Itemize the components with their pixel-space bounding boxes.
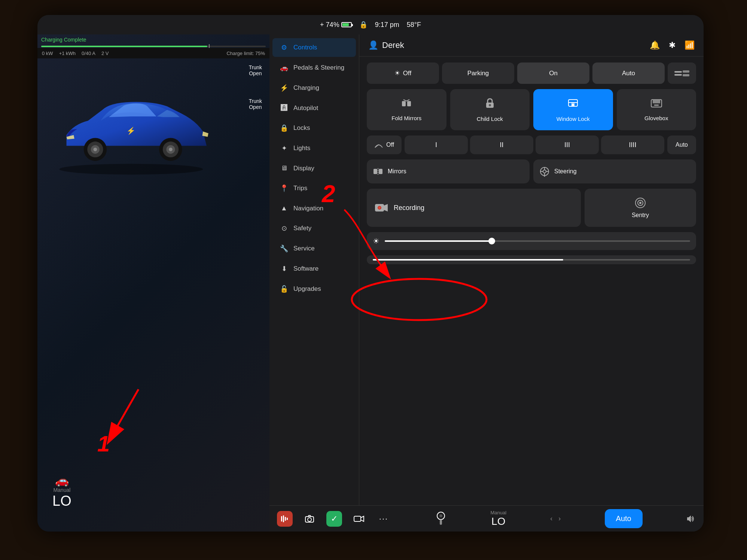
time-display: 9:17 pm xyxy=(375,21,399,29)
fold-mirrors-label: Fold Mirrors xyxy=(391,115,421,121)
bell-icon[interactable]: 🔔 xyxy=(650,40,660,50)
svg-point-30 xyxy=(378,207,381,209)
brightness-thumb xyxy=(488,238,495,244)
recording-button[interactable]: Recording xyxy=(367,189,581,227)
light-parking-button[interactable]: Parking xyxy=(442,63,514,84)
child-lock-label: Child Lock xyxy=(477,116,503,122)
media-icon-button[interactable] xyxy=(277,511,293,527)
window-lock-button[interactable]: Window Lock xyxy=(533,89,613,130)
software-icon: ⬇ xyxy=(280,265,288,273)
wiper-speeds: I II III IIII xyxy=(405,136,664,154)
trunk-rear-label: Trunk xyxy=(249,64,262,70)
upgrades-icon: 🔓 xyxy=(280,285,288,293)
light-off-label: Off xyxy=(403,70,411,77)
glovebox-icon xyxy=(650,98,662,111)
svg-point-44 xyxy=(439,514,442,517)
child-lock-icon xyxy=(484,97,496,112)
fold-mirrors-icon xyxy=(400,98,412,111)
wiper-speed-3-label: III xyxy=(564,141,570,149)
svg-rect-10 xyxy=(674,71,682,73)
sidebar-item-display[interactable]: 🖥 Display xyxy=(272,159,356,177)
svg-rect-34 xyxy=(281,516,282,521)
joystick-area xyxy=(435,511,446,526)
climate-car-icon: 🚗 xyxy=(55,474,69,487)
display-icon: 🖥 xyxy=(280,164,288,172)
charging-stat-amp: 0/40 A xyxy=(82,51,95,56)
light-auto-button[interactable]: Auto xyxy=(592,63,665,84)
svg-rect-40 xyxy=(354,516,361,521)
sidebar-item-upgrades[interactable]: 🔓 Upgrades xyxy=(272,280,356,298)
sidebar-item-locks[interactable]: 🔒 Locks xyxy=(272,119,356,137)
sidebar-label-locks: Locks xyxy=(293,124,310,132)
sentry-button[interactable]: Sentry xyxy=(585,189,696,227)
sidebar-item-navigation[interactable]: ▲ Navigation xyxy=(272,199,356,217)
svg-rect-11 xyxy=(674,74,682,76)
brightness-fill xyxy=(385,240,492,242)
status-bar: + 74% 🔒 9:17 pm 58°F xyxy=(37,15,704,34)
auto-button[interactable]: Auto xyxy=(605,509,643,528)
right-panel: 👤 Derek 🔔 ✱ 📶 ☀ Off xyxy=(359,34,704,532)
charging-stat-kwh: +1 kWh xyxy=(59,51,76,56)
brightness-icon: ☀ xyxy=(373,237,379,246)
wiper-off-button[interactable]: Off xyxy=(367,136,402,154)
svg-rect-35 xyxy=(283,515,284,522)
svg-rect-12 xyxy=(683,70,689,73)
nav-left-arrow[interactable]: ‹ xyxy=(550,515,552,523)
charging-complete-bar: Charging Complete xyxy=(37,34,269,45)
service-icon: 🔧 xyxy=(280,244,288,253)
nav-right-arrow[interactable]: › xyxy=(558,515,561,523)
wiper-speed-1-label: I xyxy=(435,141,437,149)
svg-marker-45 xyxy=(687,515,691,522)
dots-icon: ··· xyxy=(379,514,388,524)
battery-percent: 74% xyxy=(326,21,339,29)
mirrors-adjust-button[interactable]: Mirrors xyxy=(367,159,530,183)
svg-point-39 xyxy=(308,518,311,521)
sentry-label: Sentry xyxy=(632,212,649,219)
wifi-icon[interactable]: 📶 xyxy=(685,40,695,50)
wiper-speed-1[interactable]: I xyxy=(405,136,468,154)
adjustable-row: Mirrors Steering xyxy=(367,159,696,183)
bluetooth-icon[interactable]: ✱ xyxy=(669,40,676,50)
sidebar-item-lights[interactable]: ✦ Lights xyxy=(272,139,356,158)
sidebar-item-pedals[interactable]: 🚗 Pedals & Steering xyxy=(272,58,356,77)
sidebar-item-controls[interactable]: ⚙ Controls xyxy=(272,38,356,57)
wiper-auto-button[interactable]: Auto xyxy=(667,136,696,154)
more-icon-button[interactable]: ··· xyxy=(376,511,391,527)
checkmark-icon-button[interactable]: ✓ xyxy=(326,511,342,527)
dashcam-icon-button[interactable] xyxy=(351,511,367,527)
charging-stat-v: 2 V xyxy=(101,51,109,56)
svg-point-33 xyxy=(639,202,641,204)
wiper-icon xyxy=(374,141,383,148)
brightness-slider[interactable] xyxy=(385,240,690,242)
bottom-climate-center[interactable]: Manual LO xyxy=(490,510,506,527)
trunk-front-label: Trunk xyxy=(249,98,262,104)
glovebox-button[interactable]: Glovebox xyxy=(617,89,696,130)
light-on-button[interactable]: On xyxy=(517,63,589,84)
light-off-button[interactable]: ☀ Off xyxy=(367,63,439,84)
pedals-icon: 🚗 xyxy=(280,64,288,72)
wiper-speed-4[interactable]: IIII xyxy=(601,136,664,154)
wiper-speed-2[interactable]: II xyxy=(470,136,533,154)
steering-adjust-button[interactable]: Steering xyxy=(533,159,696,183)
light-auto-label: Auto xyxy=(622,70,635,77)
trunk-rear-status: Open xyxy=(249,70,262,76)
sidebar-item-service[interactable]: 🔧 Service xyxy=(272,239,356,258)
volume-indicator xyxy=(686,515,696,523)
sidebar-label-lights: Lights xyxy=(293,144,310,152)
wiper-row: Off I II III IIII xyxy=(367,136,696,154)
volume-slider[interactable] xyxy=(373,259,690,261)
wiper-speed-3[interactable]: III xyxy=(536,136,599,154)
sidebar-label-service: Service xyxy=(293,245,315,252)
climate-left[interactable]: 🚗 Manual LO xyxy=(52,474,71,509)
child-lock-button[interactable]: Child Lock xyxy=(450,89,530,130)
camera-icon-button[interactable] xyxy=(302,511,317,527)
sidebar-item-trips[interactable]: 📍 Trips xyxy=(272,179,356,198)
sidebar-label-trips: Trips xyxy=(293,185,307,192)
lightning-icon: + xyxy=(320,21,324,29)
sidebar-item-charging[interactable]: ⚡ Charging xyxy=(272,79,356,97)
sidebar-item-autopilot[interactable]: 🅰 Autopilot xyxy=(272,99,356,117)
sidebar-item-safety[interactable]: ⊙ Safety xyxy=(272,219,356,238)
sidebar-label-navigation: Navigation xyxy=(293,205,323,212)
fold-mirrors-button[interactable]: Fold Mirrors xyxy=(367,89,446,130)
sidebar-item-software[interactable]: ⬇ Software xyxy=(272,259,356,278)
